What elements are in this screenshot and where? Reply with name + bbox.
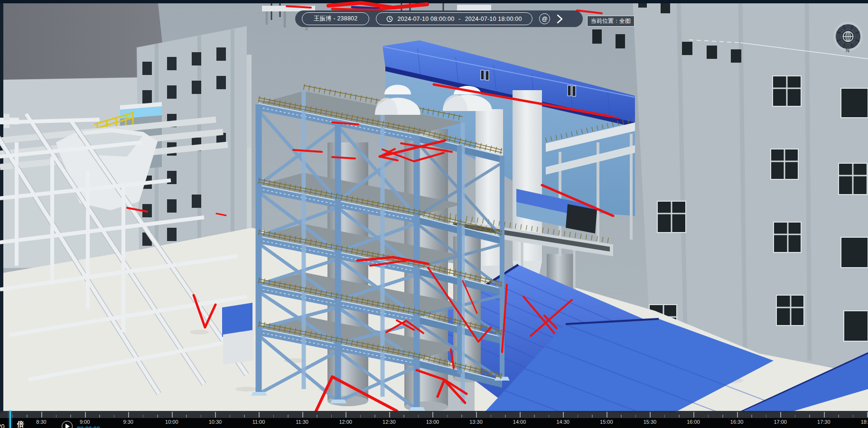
timeline-tick xyxy=(12,415,13,418)
timeline-tick xyxy=(838,415,839,418)
timeline-tick xyxy=(360,415,361,418)
timeline-tick xyxy=(99,415,100,418)
playback-start-button[interactable] xyxy=(557,14,563,24)
timeline-tick xyxy=(693,412,694,418)
time-start-value[interactable]: 2024-07-10 08:00:00 xyxy=(397,16,454,22)
timeline-tick xyxy=(751,415,752,418)
scene-top-edge xyxy=(0,0,868,3)
timeline-tick xyxy=(737,412,738,418)
timeline-tick xyxy=(853,415,854,418)
timeline-tick xyxy=(708,415,709,418)
time-range-picker[interactable]: 2024-07-10 08:00:00 - 2024-07-10 18:00:0… xyxy=(376,12,532,25)
timeline-tick xyxy=(578,415,579,418)
toolbar: 王振博 - 238802 2024-07-10 08:00:00 - 2024-… xyxy=(295,10,583,27)
timeline-tick-label: 9:00 xyxy=(80,419,90,425)
timeline-tick xyxy=(563,412,564,418)
timeline-tick xyxy=(41,412,42,418)
timeline-tick xyxy=(85,412,86,418)
locate-button[interactable]: @ xyxy=(539,13,550,24)
timeline-tick xyxy=(679,415,680,418)
timeline-tick xyxy=(809,415,810,418)
timeline-tick xyxy=(607,412,607,418)
timeline-labels: 8:309:009:3010:0010:3011:0011:3012:0012:… xyxy=(0,418,868,428)
timeline-tick xyxy=(722,415,723,418)
timeline-tick-label: 11:00 xyxy=(252,419,265,425)
scene-3d[interactable] xyxy=(0,0,868,413)
timeline-tick xyxy=(56,415,57,418)
timeline-tick xyxy=(201,415,202,418)
timeline-tick-label: 15:30 xyxy=(644,419,657,425)
timeline-tick xyxy=(186,415,187,418)
timeline-tick-label: 14:30 xyxy=(556,419,569,425)
chevron-right-icon xyxy=(557,14,563,24)
speed-control[interactable]: 倍数 xyxy=(17,420,25,428)
timeline-tick xyxy=(273,415,274,418)
timeline-tick xyxy=(403,415,404,418)
timeline-tick-label: 12:30 xyxy=(383,419,396,425)
scene-left-edge xyxy=(0,3,3,413)
timeline-tick-label: 17:00 xyxy=(774,419,787,425)
timeline-tick xyxy=(461,415,462,418)
timeline-tick xyxy=(664,415,665,418)
timeline-tick xyxy=(172,412,173,418)
timeline-tick-label: 16:00 xyxy=(687,419,700,425)
timeline-tick-label: 16:30 xyxy=(730,419,744,425)
timeline-playhead[interactable] xyxy=(9,410,11,428)
location-badge: 当前位置：全图 xyxy=(587,16,635,27)
timeline-tick xyxy=(650,412,651,418)
clock-icon xyxy=(386,16,393,22)
timeline-tick-label: 10:00 xyxy=(165,419,178,425)
timeline-ruler[interactable] xyxy=(0,411,868,418)
timeline-tick xyxy=(795,415,796,418)
time-range-separator: - xyxy=(458,16,460,22)
timeline-tick xyxy=(317,415,317,418)
timeline-tick xyxy=(230,415,231,418)
timeline-tick xyxy=(215,412,216,418)
location-badge-label: 当前位置：全图 xyxy=(591,18,631,24)
timeline-tick xyxy=(621,415,622,418)
timeline-tick xyxy=(635,415,636,418)
timeline-tick-label: 18:00 xyxy=(861,419,868,425)
timeline-tick xyxy=(505,415,506,418)
timeline-tick xyxy=(259,412,260,418)
person-selector-label: 王振博 - 238802 xyxy=(314,15,358,23)
timeline-tick xyxy=(766,415,767,418)
time-end-value[interactable]: 2024-07-10 18:00:00 xyxy=(465,16,522,22)
timeline-tick xyxy=(824,412,825,418)
speed-value-clipped[interactable]: 20 xyxy=(0,423,4,428)
timeline-tick xyxy=(331,415,332,418)
timeline-tick xyxy=(520,412,521,418)
timeline-tick-label: 12:00 xyxy=(339,419,352,425)
play-icon xyxy=(65,424,70,428)
blue-slab-left xyxy=(222,303,254,364)
timeline-tick-label: 17:30 xyxy=(817,419,831,425)
timeline-tick-label: 8:30 xyxy=(36,419,46,425)
timeline-tick-label: 13:00 xyxy=(426,419,439,425)
timeline-tick xyxy=(780,412,781,418)
timeline-tick-label: 15:00 xyxy=(600,419,613,425)
timeline-tick xyxy=(345,412,346,418)
timeline-tick xyxy=(476,412,477,418)
timeline-tick xyxy=(302,412,303,418)
timeline-tick xyxy=(374,415,375,418)
app-viewport: 王振博 - 238802 2024-07-10 08:00:00 - 2024-… xyxy=(0,0,868,428)
locate-at-icon: @ xyxy=(542,16,548,22)
current-time-value: 08:00:00 xyxy=(77,426,100,428)
timeline-tick xyxy=(491,415,492,418)
timeline: 8:309:009:3010:0010:3011:0011:3012:0012:… xyxy=(0,410,868,428)
timeline-tick xyxy=(432,412,433,418)
timeline-tick xyxy=(114,415,115,418)
compass-gizmo[interactable]: N xyxy=(832,21,864,55)
timeline-tick-label: 9:30 xyxy=(123,419,133,425)
timeline-tick xyxy=(157,415,158,418)
timeline-tick xyxy=(70,415,71,418)
timeline-tick xyxy=(27,415,28,418)
timeline-tick xyxy=(244,415,245,418)
person-selector[interactable]: 王振博 - 238802 xyxy=(302,12,369,25)
timeline-tick-label: 13:30 xyxy=(469,419,483,425)
timeline-tick xyxy=(143,415,144,418)
timeline-tick xyxy=(288,415,289,418)
timeline-tick-label: 11:30 xyxy=(296,419,308,425)
timeline-tick xyxy=(418,415,419,418)
timeline-tick xyxy=(534,415,535,418)
